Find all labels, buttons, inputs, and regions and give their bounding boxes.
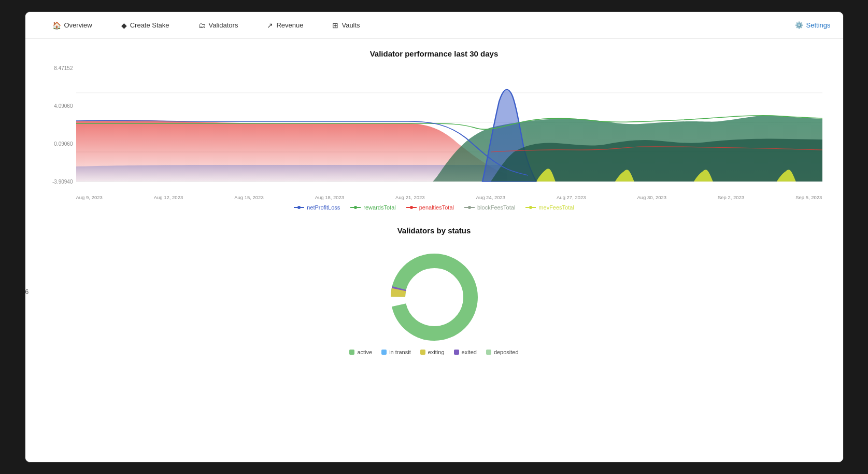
- home-icon: 🏠: [52, 21, 61, 30]
- svg-point-13: [529, 206, 532, 209]
- revenue-icon: ↗: [267, 21, 273, 30]
- stake-icon: ◆: [121, 21, 127, 30]
- y-axis-labels: 8.47152 4.09060 0.09060 -3.90940: [46, 65, 76, 185]
- legend-in-transit: in transit: [381, 349, 411, 355]
- nav-validators[interactable]: 🗂 Validators: [184, 12, 253, 38]
- chart-svg-area: [76, 65, 822, 185]
- legend-mev-fees: mevFeesTotal: [525, 204, 574, 211]
- legend-in-transit-color: [381, 350, 387, 355]
- donut-label-active: 1586: [25, 288, 29, 296]
- legend-block-fees: blockFeesTotal: [464, 204, 515, 211]
- x-axis-labels: Aug 9, 2023 Aug 12, 2023 Aug 15, 2023 Au…: [76, 185, 822, 200]
- main-content: Validator performance last 30 days 8.471…: [25, 39, 843, 462]
- x-label-4: Aug 21, 2023: [395, 194, 425, 200]
- donut-chart: [382, 245, 486, 339]
- svg-point-7: [354, 206, 357, 209]
- legend-active-color: [349, 350, 354, 355]
- settings-button[interactable]: ⚙️ Settings: [795, 21, 831, 29]
- legend-deposited-color: [486, 350, 491, 355]
- legend-rewards: rewardsTotal: [350, 204, 395, 211]
- donut-chart-wrapper: 1586 0 60 0: [46, 245, 822, 339]
- validators-icon: 🗂: [198, 21, 206, 30]
- x-label-0: Aug 9, 2023: [76, 194, 103, 200]
- x-label-1: Aug 12, 2023: [154, 194, 183, 200]
- legend-penalties: penaltiesTotal: [406, 204, 454, 211]
- x-label-7: Aug 30, 2023: [637, 194, 667, 200]
- x-label-2: Aug 15, 2023: [234, 194, 264, 200]
- vaults-icon: ⊞: [332, 21, 338, 30]
- performance-chart: 8.47152 4.09060 0.09060 -3.90940: [46, 65, 822, 200]
- legend-deposited: deposited: [486, 349, 519, 355]
- donut-legend: active in transit exiting exited deposit…: [46, 349, 822, 355]
- performance-chart-title: Validator performance last 30 days: [46, 49, 822, 58]
- svg-point-5: [297, 206, 301, 209]
- x-label-3: Aug 18, 2023: [315, 194, 345, 200]
- legend-exiting: exiting: [420, 349, 445, 355]
- validators-status-title: Validators by status: [46, 226, 822, 235]
- legend-exited: exited: [454, 349, 477, 355]
- x-label-9: Sep 5, 2023: [795, 194, 822, 200]
- x-label-6: Aug 27, 2023: [557, 194, 586, 200]
- app-window: 🏠 Overview ◆ Create Stake 🗂 Validators ↗…: [25, 11, 844, 463]
- legend-active: active: [349, 349, 372, 355]
- nav-overview[interactable]: 🏠 Overview: [38, 12, 107, 38]
- svg-point-9: [410, 206, 413, 209]
- y-label-mid1: 4.09060: [54, 103, 73, 109]
- svg-point-14: [398, 261, 471, 333]
- navigation: 🏠 Overview ◆ Create Stake 🗂 Validators ↗…: [25, 12, 843, 39]
- settings-icon: ⚙️: [795, 21, 803, 29]
- nav-vaults[interactable]: ⊞ Vaults: [318, 12, 374, 38]
- nav-create-stake[interactable]: ◆ Create Stake: [107, 12, 184, 38]
- nav-revenue[interactable]: ↗ Revenue: [252, 12, 318, 38]
- svg-point-11: [468, 206, 471, 209]
- legend-exiting-color: [420, 350, 425, 355]
- validators-status-section: Validators by status 1586: [46, 226, 822, 355]
- x-label-5: Aug 24, 2023: [476, 194, 506, 200]
- y-label-top: 8.47152: [54, 65, 73, 71]
- legend-exited-color: [454, 350, 459, 355]
- x-label-8: Sep 2, 2023: [718, 194, 744, 200]
- y-label-mid2: 0.09060: [54, 141, 73, 147]
- chart-legend: netProfitLoss rewardsTotal penaltiesTota…: [46, 204, 822, 211]
- y-label-bottom: -3.90940: [52, 179, 73, 185]
- performance-chart-section: Validator performance last 30 days 8.471…: [46, 49, 822, 211]
- legend-net-profit: netProfitLoss: [294, 204, 340, 211]
